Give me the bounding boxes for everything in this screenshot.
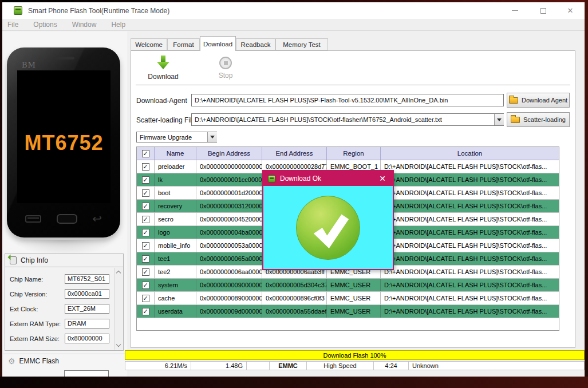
- menu-item-options[interactable]: Options: [26, 21, 64, 29]
- cell-location: D:\+ANDROID\[ALCATEL FLASH PLUS]\STOCK\o…: [381, 226, 559, 239]
- phone-menu-icon: [25, 215, 41, 223]
- cell-region: EMMC_USER: [327, 279, 381, 291]
- row-checkbox[interactable]: ✓: [142, 255, 149, 263]
- scroll-up-icon[interactable]: [116, 271, 121, 275]
- app-icon: [14, 6, 22, 15]
- cell-begin: 0x00000000053a0000: [196, 239, 262, 252]
- scatter-file-combobox[interactable]: D:\+ANDROID\[ALCATEL FLASH PLUS]\STOCK\o…: [191, 113, 504, 126]
- dialog-app-icon: [268, 175, 275, 183]
- row-checkbox[interactable]: ✓: [142, 282, 149, 289]
- menu-item-file[interactable]: File: [2, 21, 26, 29]
- toolbar-divider: [136, 85, 570, 85]
- flash-mode-select[interactable]: Firmware Upgrade: [136, 132, 217, 142]
- dialog-title-bar[interactable]: Download Ok ✕: [263, 171, 393, 186]
- download-agent-label: Download-Agent: [136, 97, 187, 105]
- gear-icon: ⚙: [8, 357, 15, 365]
- phone-home-icon: [57, 214, 77, 224]
- chip-info-title: Chip Info: [21, 256, 48, 264]
- maximize-button[interactable]: [534, 2, 553, 19]
- status-elapsed-time: 4:24: [374, 362, 409, 370]
- column-header-location: Location: [381, 147, 559, 160]
- row-checkbox[interactable]: ✓: [142, 216, 149, 223]
- download-button-label: Download: [148, 73, 178, 81]
- phone-image: BM MT6752 ↩: [7, 47, 120, 237]
- download-agent-button-label: Download Agent: [522, 97, 567, 104]
- title-bar[interactable]: Smart Phone Flash Tool(Runtime Trace Mod…: [2, 2, 585, 19]
- select-all-checkbox[interactable]: ✓: [142, 150, 149, 157]
- download-ok-dialog: Download Ok ✕: [262, 170, 394, 270]
- mode-dropdown-arrow[interactable]: [207, 132, 217, 142]
- chip-info-partial-field: [65, 350, 109, 351]
- row-checkbox[interactable]: ✓: [142, 242, 149, 250]
- download-agent-button[interactable]: Download Agent: [507, 93, 570, 108]
- emmc-flash-header[interactable]: ⚙ EMMC Flash: [8, 357, 59, 365]
- chip-info-row: Extern RAM Type:DRAM: [10, 319, 112, 328]
- chip-field-label: Chip Version:: [10, 291, 65, 298]
- chip-field-value: DRAM: [65, 319, 109, 328]
- menu-bar: FileOptionsWindowHelp: [2, 19, 585, 31]
- status-speed: 6.21M/s: [125, 362, 191, 370]
- row-checkbox[interactable]: ✓: [142, 268, 149, 276]
- dialog-body: [263, 186, 393, 269]
- row-checkbox[interactable]: ✓: [142, 229, 149, 236]
- chip-info-fields: Chip Name:MT6752_S01Chip Version:0x0000c…: [10, 274, 112, 343]
- row-checkbox-cell: ✓: [137, 266, 155, 278]
- cell-location: D:\+ANDROID\[ALCATEL FLASH PLUS]\STOCK\o…: [381, 213, 559, 225]
- chip-info-row: Extern RAM Size:0x80000000: [10, 334, 112, 343]
- chip-info-header[interactable]: Chip Info: [5, 254, 124, 267]
- download-button[interactable]: Download: [141, 56, 185, 81]
- chip-info-row: Ext Clock:EXT_26M: [10, 304, 112, 314]
- window-border-left: [0, 0, 2, 388]
- minimize-button[interactable]: [505, 2, 524, 19]
- row-checkbox[interactable]: ✓: [142, 203, 149, 210]
- phone-chip-label: MT6752: [24, 131, 103, 155]
- tab-memory-test[interactable]: Memory Test: [275, 38, 328, 50]
- cell-location: D:\+ANDROID\[ALCATEL FLASH PLUS]\STOCK\o…: [381, 279, 559, 291]
- chip-info-icon: [10, 256, 17, 264]
- dialog-title: Download Ok: [280, 175, 372, 183]
- cell-name: boot: [155, 187, 196, 199]
- menu-item-help[interactable]: Help: [104, 21, 133, 29]
- chip-info-row: Chip Version:0x0000ca01: [10, 289, 112, 299]
- menu-item-window[interactable]: Window: [65, 21, 104, 29]
- cell-end: 0x00000000a55ddaef: [262, 305, 327, 318]
- table-row[interactable]: ✓cache0x00000000890000000x00000000896cf0…: [137, 292, 559, 305]
- cell-location: D:\+ANDROID\[ALCATEL FLASH PLUS]\STOCK\o…: [381, 305, 559, 318]
- table-row[interactable]: ✓userdata0x000000009d0000000x00000000a55…: [137, 305, 559, 318]
- download-agent-input[interactable]: D:\+ANDROID\[ALCATEL FLASH PLUS]\SP-Flas…: [191, 94, 504, 106]
- emmc-flash-partial-field: [64, 370, 109, 377]
- scatter-loading-button-label: Scatter-loading: [523, 116, 566, 123]
- row-checkbox[interactable]: ✓: [142, 189, 149, 197]
- device-panel: BM MT6752 ↩ Chip Info Chip Name:MT6752_S…: [2, 31, 128, 377]
- row-checkbox-cell: ✓: [137, 187, 155, 199]
- chip-info-scrollbar[interactable]: [114, 268, 123, 350]
- window-border-bottom: [0, 377, 588, 388]
- table-row[interactable]: ✓system0x00000000090000000x000000005d304…: [137, 279, 559, 292]
- scatter-file-label: Scatter-loading File: [136, 116, 195, 124]
- app-window: Smart Phone Flash Tool(Runtime Trace Mod…: [0, 0, 588, 388]
- phone-screen: MT6752: [17, 70, 111, 203]
- stop-button[interactable]: Stop: [209, 57, 242, 80]
- cell-begin: 0x0000000003120000: [196, 200, 262, 212]
- cell-region: EMMC_USER: [327, 305, 381, 318]
- tab-welcome[interactable]: Welcome: [131, 38, 167, 50]
- chip-field-label: Chip Name:: [10, 276, 65, 283]
- chip-field-label: Extern RAM Type:: [10, 320, 65, 327]
- cell-begin: 0x0000000004ba0000: [196, 226, 262, 239]
- phone-nav-buttons: ↩: [25, 212, 102, 225]
- tab-readback[interactable]: Readback: [236, 38, 275, 50]
- dialog-close-button[interactable]: ✕: [377, 174, 388, 183]
- tab-download[interactable]: Download: [200, 36, 236, 51]
- row-checkbox[interactable]: ✓: [142, 163, 149, 171]
- tab-format[interactable]: Format: [167, 38, 200, 50]
- scroll-down-icon[interactable]: [116, 342, 121, 347]
- row-checkbox[interactable]: ✓: [142, 295, 149, 302]
- cell-name: cache: [155, 292, 196, 304]
- row-checkbox-cell: ✓: [137, 279, 155, 291]
- scatter-loading-button[interactable]: Scatter-loading: [507, 112, 570, 127]
- row-checkbox[interactable]: ✓: [142, 176, 149, 184]
- scatter-dropdown-arrow[interactable]: [494, 114, 504, 125]
- row-checkbox[interactable]: ✓: [142, 308, 149, 315]
- close-button[interactable]: ✕: [561, 2, 580, 19]
- cell-name: preloader: [155, 160, 196, 173]
